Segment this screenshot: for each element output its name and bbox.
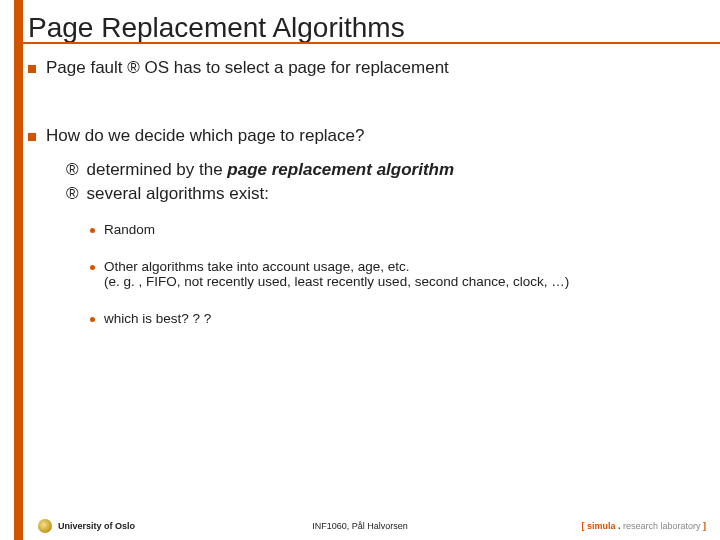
dot-list: Random Other algorithms take into accoun…: [90, 222, 706, 326]
title-row: Page Replacement Algorithms: [14, 0, 720, 42]
footer-sep: .: [615, 521, 623, 531]
sub-1-text: determined by the page replacement algor…: [87, 160, 455, 180]
bullet-2: How do we decide which page to replace?: [28, 126, 706, 146]
slide-title: Page Replacement Algorithms: [14, 13, 405, 42]
sub-2: ® several algorithms exist:: [66, 184, 706, 204]
footer-simula: simula: [587, 521, 616, 531]
bullet-1: Page fault ® OS has to select a page for…: [28, 58, 706, 78]
dot-bullet-icon: [90, 265, 95, 270]
slide-content: Page fault ® OS has to select a page for…: [28, 58, 706, 506]
dot-3: which is best? ? ?: [90, 311, 706, 326]
dot-2-text: Other algorithms take into account usage…: [104, 259, 569, 289]
footer-right: [ simula . research laboratory ]: [581, 521, 706, 531]
dot-2-line2: (e. g. , FIFO, not recently used, least …: [104, 274, 569, 289]
footer: University of Oslo INF1060, Pål Halvorse…: [0, 512, 720, 540]
footer-left-text: University of Oslo: [58, 521, 135, 531]
dot-1-text: Random: [104, 222, 155, 237]
accent-bar: [14, 0, 23, 540]
sub-1-pre: determined by the: [87, 160, 228, 179]
bullet-1-text: Page fault ® OS has to select a page for…: [46, 58, 449, 78]
footer-lab: research laboratory: [623, 521, 701, 531]
sub-list: ® determined by the page replacement alg…: [66, 160, 706, 204]
arrow-icon: ®: [66, 184, 79, 204]
sub-1: ® determined by the page replacement alg…: [66, 160, 706, 180]
sub-2-text: several algorithms exist:: [87, 184, 269, 204]
dot-bullet-icon: [90, 317, 95, 322]
dot-1: Random: [90, 222, 706, 237]
title-underline: [14, 42, 720, 44]
square-bullet-icon: [28, 65, 36, 73]
bracket-close: ]: [701, 521, 707, 531]
arrow-icon: ®: [66, 160, 79, 180]
arrow-icon: ®: [127, 58, 140, 77]
university-seal-icon: [38, 519, 52, 533]
bullet-1-pre: Page fault: [46, 58, 127, 77]
sub-1-emph: page replacement algorithm: [227, 160, 454, 179]
footer-left: University of Oslo: [38, 519, 135, 533]
square-bullet-icon: [28, 133, 36, 141]
bullet-2-text: How do we decide which page to replace?: [46, 126, 364, 146]
dot-3-text: which is best? ? ?: [104, 311, 211, 326]
bullet-1-post: OS has to select a page for replacement: [140, 58, 449, 77]
dot-2: Other algorithms take into account usage…: [90, 259, 706, 289]
dot-bullet-icon: [90, 228, 95, 233]
dot-2-line1: Other algorithms take into account usage…: [104, 259, 569, 274]
footer-center: INF1060, Pål Halvorsen: [312, 521, 408, 531]
